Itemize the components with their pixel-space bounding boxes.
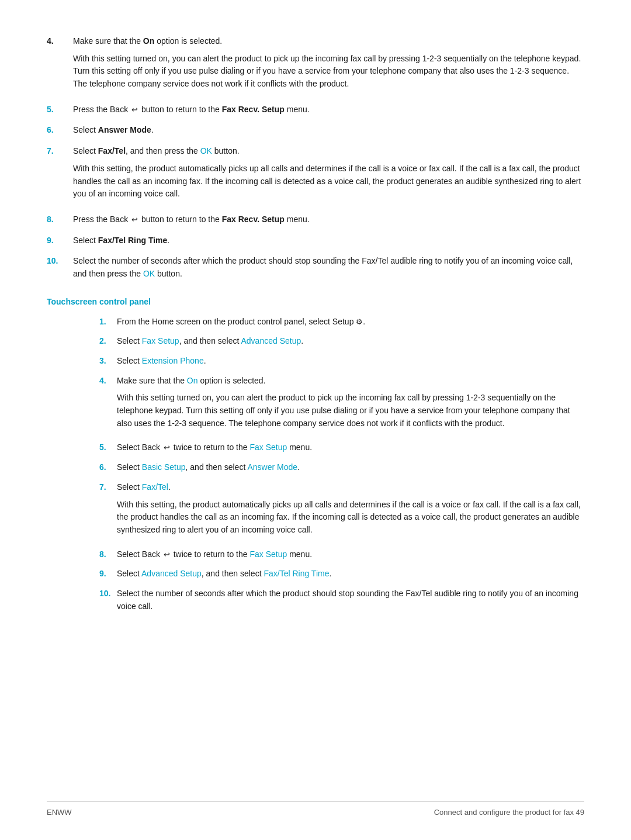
step-content: Select Fax/Tel Ring Time. xyxy=(73,234,584,247)
step-content: Select Fax/Tel, and then press the OK bu… xyxy=(73,145,584,205)
step-item: 8. Press the Back ↩ button to return to … xyxy=(47,213,584,226)
fax-setup-link: Fax Setup xyxy=(249,549,287,559)
step-number: 1. xyxy=(99,316,117,329)
step-note: With this setting turned on, you can ale… xyxy=(73,53,584,91)
fax-tel-link: Fax/Tel xyxy=(142,482,168,492)
step-item: 5. Select Back ↩ twice to return to the … xyxy=(99,441,584,454)
step-item: 4. Make sure that the On option is selec… xyxy=(47,35,584,95)
step-item: 5. Press the Back ↩ button to return to … xyxy=(47,103,584,116)
step-number: 7. xyxy=(47,145,73,205)
advanced-setup-link: Advanced Setup xyxy=(241,336,301,345)
step-text: Make sure that the On option is selected… xyxy=(73,36,222,46)
step-content: Press the Back ↩ button to return to the… xyxy=(73,213,584,226)
step-content: Select Extension Phone. xyxy=(117,355,584,368)
page-content: 4. Make sure that the On option is selec… xyxy=(0,0,631,666)
step-text: Make sure that the On option is selected… xyxy=(117,376,266,385)
step-item: 7. Select Fax/Tel, and then press the OK… xyxy=(47,145,584,205)
step-content: Select Back ↩ twice to return to the Fax… xyxy=(117,548,584,561)
extension-phone-link: Extension Phone xyxy=(142,356,204,365)
step-item: 10. Select the number of seconds after w… xyxy=(47,255,584,280)
back-arrow-icon: ↩ xyxy=(164,549,170,561)
step-content: Make sure that the On option is selected… xyxy=(73,35,584,95)
step-content: Select Fax Setup, and then select Advanc… xyxy=(117,335,584,348)
step-content: Press the Back ↩ button to return to the… xyxy=(73,103,584,116)
step-number: 4. xyxy=(99,375,117,435)
step-number: 9. xyxy=(99,568,117,580)
step-note: With this setting, the product automatic… xyxy=(73,163,584,201)
step-item: 6. Select Answer Mode. xyxy=(47,124,584,137)
page-footer: ENWW Connect and configure the product f… xyxy=(47,801,584,817)
on-link: On xyxy=(187,376,198,385)
step-number: 2. xyxy=(99,335,117,348)
step-number: 5. xyxy=(47,103,73,116)
step-item: 9. Select Advanced Setup, and then selec… xyxy=(99,568,584,580)
step-number: 8. xyxy=(47,213,73,226)
step-text: Select Fax/Tel, and then press the OK bu… xyxy=(73,146,240,155)
step-content: Select Basic Setup, and then select Answ… xyxy=(117,461,584,474)
step-number: 10. xyxy=(99,587,117,613)
step-number: 8. xyxy=(99,548,117,561)
step-number: 7. xyxy=(99,481,117,541)
setup-icon: ⚙ xyxy=(356,316,363,328)
basic-setup-link: Basic Setup xyxy=(142,462,186,472)
step-content: Select the number of seconds after which… xyxy=(73,255,584,280)
step-content: Select Answer Mode. xyxy=(73,124,584,137)
step-content: From the Home screen on the product cont… xyxy=(117,316,584,329)
back-arrow-icon: ↩ xyxy=(131,104,138,116)
step-item: 1. From the Home screen on the product c… xyxy=(99,316,584,329)
step-item: 6. Select Basic Setup, and then select A… xyxy=(99,461,584,474)
step-content: Select Advanced Setup, and then select F… xyxy=(117,568,584,580)
back-arrow-icon: ↩ xyxy=(164,442,170,454)
fax-setup-link: Fax Setup xyxy=(142,336,179,345)
footer-left: ENWW xyxy=(47,808,72,817)
step-item: 9. Select Fax/Tel Ring Time. xyxy=(47,234,584,247)
step-note: With this setting, the product automatic… xyxy=(117,499,584,537)
step-item: 10. Select the number of seconds after w… xyxy=(99,587,584,613)
step-item: 3. Select Extension Phone. xyxy=(99,355,584,368)
answer-mode-link: Answer Mode xyxy=(247,462,297,472)
fax-setup-link: Fax Setup xyxy=(249,443,287,452)
step-content: Select Fax/Tel. With this setting, the p… xyxy=(117,481,584,541)
step-item: 2. Select Fax Setup, and then select Adv… xyxy=(99,335,584,348)
step-number: 5. xyxy=(99,441,117,454)
touchscreen-steps: 1. From the Home screen on the product c… xyxy=(47,316,584,613)
advanced-setup-link: Advanced Setup xyxy=(141,569,202,578)
step-item: 7. Select Fax/Tel. With this setting, th… xyxy=(99,481,584,541)
step-number: 3. xyxy=(99,355,117,368)
back-arrow-icon: ↩ xyxy=(131,214,138,226)
section-heading-touchscreen: Touchscreen control panel xyxy=(47,297,584,306)
step-number: 4. xyxy=(47,35,73,95)
step-content: Select Back ↩ twice to return to the Fax… xyxy=(117,441,584,454)
step-text: Select Fax/Tel. xyxy=(117,482,171,492)
top-steps: 4. Make sure that the On option is selec… xyxy=(47,35,584,281)
step-number: 6. xyxy=(47,124,73,137)
step-content: Make sure that the On option is selected… xyxy=(117,375,584,435)
fax-tel-ring-time-link: Fax/Tel Ring Time xyxy=(264,569,329,578)
step-number: 9. xyxy=(47,234,73,247)
footer-right: Connect and configure the product for fa… xyxy=(434,808,584,817)
step-number: 6. xyxy=(99,461,117,474)
step-content: Select the number of seconds after which… xyxy=(117,587,584,613)
ok-link: OK xyxy=(200,146,212,155)
step-item: 8. Select Back ↩ twice to return to the … xyxy=(99,548,584,561)
step-item: 4. Make sure that the On option is selec… xyxy=(99,375,584,435)
ok-link: OK xyxy=(143,269,155,278)
step-number: 10. xyxy=(47,255,73,280)
step-note: With this setting turned on, you can ale… xyxy=(117,392,584,430)
